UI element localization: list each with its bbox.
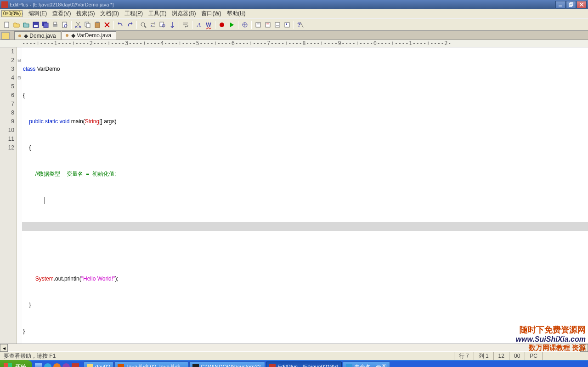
menu-d[interactable]: 文档(D) — [97, 9, 122, 18]
help-button[interactable]: ? — [296, 20, 305, 29]
svg-rect-5 — [5, 22, 9, 28]
svg-rect-1 — [569, 4, 572, 6]
svg-rect-34 — [286, 23, 287, 25]
svg-rect-31 — [275, 23, 280, 27]
code-editor[interactable]: 123456789101112 ⊟⊟ class VarDemo { publi… — [0, 47, 588, 344]
menu-t[interactable]: 工具(T) — [146, 9, 169, 18]
undo-button[interactable] — [116, 20, 125, 29]
minimize-button[interactable] — [555, 1, 565, 8]
toolbar: A W ? — [0, 18, 588, 31]
menu-p[interactable]: 工程(P) — [122, 9, 146, 18]
menu-bar: 文件(F)编辑(E)查看(V)搜索(S)文档(D)工程(P)工具(T)浏览器(B… — [0, 9, 588, 18]
spellcheck-button[interactable]: W — [204, 20, 213, 29]
windows-logo-icon — [4, 363, 12, 367]
svg-rect-19 — [96, 22, 99, 23]
fold-column[interactable]: ⊟⊟ — [17, 47, 22, 344]
print-button[interactable] — [51, 20, 60, 29]
directory-button[interactable] — [263, 20, 272, 29]
code-content[interactable]: class VarDemo { public static void main(… — [22, 47, 588, 344]
column-ruler: ----+----1----+----2----+----3----+----4… — [0, 40, 588, 47]
open-remote-button[interactable] — [22, 20, 31, 29]
restore-button[interactable] — [566, 1, 576, 8]
current-line-highlight — [22, 222, 588, 231]
coords-overlay: 0×0(0%) — [1, 10, 23, 17]
replace-button[interactable] — [148, 20, 158, 29]
output-button[interactable] — [273, 20, 282, 29]
svg-point-24 — [220, 23, 224, 27]
line-number-gutter: 123456789101112 — [0, 47, 17, 344]
menu-s[interactable]: 搜索(S) — [74, 9, 97, 18]
menu-b[interactable]: 浏览器(B) — [169, 9, 198, 18]
svg-rect-7 — [34, 25, 38, 27]
cliptext-button[interactable] — [254, 20, 263, 29]
delete-button[interactable] — [102, 20, 112, 29]
goto-line-button[interactable] — [168, 20, 177, 29]
scroll-left-button[interactable]: ◂ — [0, 344, 8, 352]
document-tabs: ◆ Demo.java◆ VarDemo.java — [0, 31, 588, 40]
record-macro-button[interactable] — [217, 20, 226, 29]
copy-button[interactable] — [83, 20, 92, 29]
redo-button[interactable] — [125, 20, 135, 29]
svg-rect-27 — [256, 23, 260, 27]
open-file-button[interactable] — [12, 20, 21, 29]
svg-point-35 — [18, 34, 21, 37]
font-button[interactable]: A — [194, 20, 204, 29]
print-preview-button[interactable] — [60, 20, 69, 29]
save-all-button[interactable] — [41, 20, 50, 29]
menu-h[interactable]: 帮助(H) — [224, 9, 249, 18]
find-button[interactable] — [139, 20, 148, 29]
close-button[interactable] — [577, 1, 587, 8]
find-in-files-button[interactable] — [158, 20, 167, 29]
directory-tab-button[interactable] — [1, 32, 10, 40]
paste-button[interactable] — [93, 20, 102, 29]
new-file-button[interactable] — [2, 20, 11, 29]
save-button[interactable] — [31, 20, 40, 29]
svg-point-20 — [141, 23, 145, 26]
cut-button[interactable] — [74, 20, 83, 29]
svg-rect-17 — [86, 23, 90, 28]
menu-e[interactable]: 编辑(E) — [26, 9, 50, 18]
text-cursor — [45, 197, 45, 204]
title-bar: EditPlus - [E:\java0218\day02\VarDemo.ja… — [0, 0, 588, 9]
svg-line-21 — [144, 26, 146, 28]
svg-point-36 — [66, 34, 68, 37]
menu-v[interactable]: 查看(V) — [50, 9, 74, 18]
svg-rect-18 — [95, 23, 100, 28]
play-macro-button[interactable] — [227, 20, 236, 29]
tab-Demo-java[interactable]: ◆ Demo.java — [14, 31, 61, 40]
editor-area: ----+----1----+----2----+----3----+----4… — [0, 40, 588, 351]
word-wrap-button[interactable] — [181, 20, 190, 29]
tab-VarDemo-java[interactable]: ◆ VarDemo.java — [62, 31, 116, 40]
svg-marker-25 — [230, 23, 234, 27]
svg-rect-11 — [54, 22, 57, 24]
browser-button[interactable] — [240, 20, 249, 29]
document-button[interactable] — [283, 20, 292, 29]
svg-rect-2 — [570, 3, 573, 6]
window-title: EditPlus - [E:\java0218\day02\VarDemo.ja… — [10, 2, 555, 7]
svg-rect-9 — [44, 23, 48, 28]
svg-rect-29 — [266, 23, 270, 27]
app-icon — [1, 1, 8, 8]
menu-w[interactable]: 窗口(W) — [198, 9, 224, 18]
